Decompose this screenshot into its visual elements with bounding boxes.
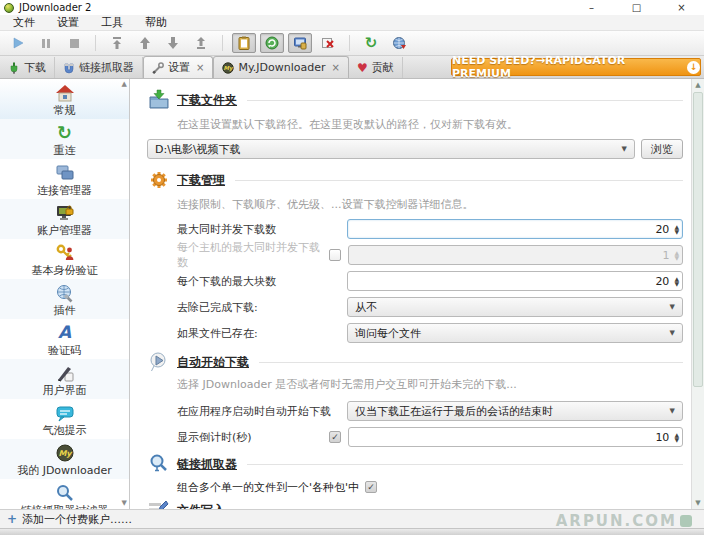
sidebar-item-reconnect[interactable]: ↻ 重连 bbox=[0, 119, 129, 159]
spinner-buttons[interactable]: ▲▼ bbox=[674, 276, 679, 286]
stop-downloads-button[interactable] bbox=[62, 33, 86, 53]
home-icon bbox=[54, 82, 76, 104]
move-up-button[interactable] bbox=[133, 33, 157, 53]
sidebar-item-label: 基本身份验证 bbox=[32, 264, 98, 277]
window-controls: – □ × bbox=[569, 0, 704, 15]
play-icon bbox=[12, 37, 24, 49]
pause-downloads-button[interactable] bbox=[34, 33, 58, 53]
tab-label: 贡献 bbox=[372, 60, 394, 75]
clipboard-icon bbox=[237, 36, 251, 50]
sidebar-item-general[interactable]: 常规 bbox=[0, 79, 129, 119]
tab-bar: 下载 链接抓取器 设置 × My My.JDownloader × ♥ 贡献 N… bbox=[0, 56, 704, 79]
scroll-down-icon[interactable]: ▼ bbox=[692, 498, 704, 508]
countdown-spinner[interactable]: 10 ▲▼ bbox=[348, 427, 683, 447]
scroll-up-icon[interactable]: ▲ bbox=[692, 80, 704, 90]
spinner-buttons[interactable]: ▲▼ bbox=[674, 432, 679, 442]
sidebar-item-connection-manager[interactable]: 连接管理器 bbox=[0, 159, 129, 199]
sidebar-item-plugins[interactable]: 插件 bbox=[0, 279, 129, 319]
menu-tools[interactable]: 工具 bbox=[90, 15, 134, 30]
tab-label: 下载 bbox=[24, 60, 46, 75]
clipboard-refresh-toggle[interactable] bbox=[260, 33, 284, 53]
rapidgator-premium-banner[interactable]: NEED SPEED?→RAPIDGATOR PREMIUM ↓ bbox=[451, 58, 701, 76]
file-exists-dropdown[interactable]: 询问每个文件 ▼ bbox=[347, 323, 683, 343]
settings-content: 下载文件夹 在这里设置默认下载路径。在这里更改默认的路径，仅对新下载有效。 D:… bbox=[130, 79, 704, 509]
sidebar-item-my-jdownloader[interactable]: My 我的 JDownloader bbox=[0, 439, 129, 479]
max-chunks-spinner[interactable]: 20 ▲▼ bbox=[347, 271, 683, 291]
section-title: 自动开始下载 bbox=[177, 354, 249, 371]
monitor-lock-icon bbox=[54, 202, 76, 224]
dropdown-value: 从不 bbox=[355, 300, 377, 315]
sidebar-item-linkgrabber-filter[interactable]: 链接抓取器过滤器 bbox=[0, 479, 129, 509]
tab-myjdownloader[interactable]: My My.JDownloader × bbox=[213, 56, 349, 78]
remove-finished-dropdown[interactable]: 从不 ▼ bbox=[347, 297, 683, 317]
maximize-button[interactable]: □ bbox=[614, 0, 659, 15]
spinner-value: 10 bbox=[655, 431, 669, 444]
section-rule bbox=[247, 464, 683, 465]
watermark: ARPUN.COM bbox=[556, 512, 692, 530]
close-window-action-button[interactable] bbox=[316, 33, 340, 53]
sidebar-item-label: 重连 bbox=[54, 144, 76, 157]
tab-settings[interactable]: 设置 × bbox=[143, 56, 213, 78]
svg-text:My: My bbox=[224, 65, 234, 72]
sidebar-scroll-up-icon[interactable]: ▲ bbox=[122, 81, 127, 88]
myjd-logo-icon: My bbox=[222, 62, 234, 74]
field-label: 最大同时并发下载数 bbox=[177, 222, 347, 237]
combine-packages-checkbox[interactable]: ✓ bbox=[365, 481, 377, 493]
move-to-bottom-button[interactable] bbox=[189, 33, 213, 53]
menu-file[interactable]: 文件 bbox=[2, 15, 46, 30]
tab-downloads[interactable]: 下载 bbox=[0, 57, 55, 78]
section-rule bbox=[235, 180, 683, 181]
autostart-on-launch-row: 在应用程序启动时自动开始下载 仅当下载正在运行于最后的会话的结束时 ▼ bbox=[177, 401, 683, 421]
content-scrollbar[interactable]: ▲ ▼ bbox=[691, 79, 704, 509]
move-to-top-button[interactable] bbox=[105, 33, 129, 53]
menu-settings[interactable]: 设置 bbox=[46, 15, 90, 30]
title-bar: JDownloader 2 – □ × bbox=[0, 0, 704, 15]
sidebar-item-user-interface[interactable]: 用户界面 bbox=[0, 359, 129, 399]
sidebar-scroll-down-icon[interactable]: ▼ bbox=[122, 500, 127, 507]
clipboard-monitor-toggle[interactable] bbox=[288, 33, 312, 53]
toolbar-separator bbox=[222, 35, 223, 51]
sidebar-item-captcha[interactable]: A 验证码 bbox=[0, 319, 129, 359]
tab-close-icon[interactable]: × bbox=[196, 63, 204, 73]
download-path-combobox[interactable]: D:\电影\视频下载 ▼ bbox=[147, 139, 635, 159]
start-downloads-button[interactable] bbox=[6, 33, 30, 53]
per-host-checkbox[interactable] bbox=[329, 249, 341, 261]
update-button[interactable] bbox=[387, 33, 411, 53]
sidebar-item-basic-auth[interactable]: 基本身份验证 bbox=[0, 239, 129, 279]
tab-label: My.JDownloader bbox=[238, 61, 325, 74]
close-button[interactable]: × bbox=[659, 0, 704, 15]
move-down-button[interactable] bbox=[161, 33, 185, 53]
magnifier-icon bbox=[147, 453, 171, 475]
monitor-clipboard-icon bbox=[293, 36, 307, 50]
globe-icon bbox=[392, 36, 406, 50]
tab-linkgrabber[interactable]: 链接抓取器 bbox=[55, 57, 143, 78]
countdown-checkbox[interactable]: ✓ bbox=[329, 431, 341, 443]
key-user-icon bbox=[54, 242, 76, 264]
captcha-letter-icon: A bbox=[54, 322, 76, 344]
download-path-row: D:\电影\视频下载 ▼ 浏览 bbox=[147, 139, 683, 159]
myjd-logo-icon: My bbox=[54, 442, 76, 464]
spinner-value: 1 bbox=[662, 249, 669, 262]
minimize-button[interactable]: – bbox=[569, 0, 614, 15]
autostart-play-icon bbox=[147, 351, 171, 373]
section-download-management: 下载管理 bbox=[147, 169, 683, 191]
spinner-buttons[interactable]: ▲▼ bbox=[674, 224, 679, 234]
check-icon: ✓ bbox=[367, 482, 375, 492]
sidebar-item-account-manager[interactable]: 账户管理器 bbox=[0, 199, 129, 239]
chevron-down-icon[interactable]: ▼ bbox=[622, 145, 627, 153]
file-exists-row: 如果文件已存在: 询问每个文件 ▼ bbox=[177, 323, 683, 343]
sidebar-item-balloon-notify[interactable]: 气泡提示 bbox=[0, 399, 129, 439]
paintbrush-icon bbox=[54, 362, 76, 384]
tab-donate[interactable]: ♥ 贡献 bbox=[349, 57, 403, 78]
browse-button[interactable]: 浏览 bbox=[641, 139, 683, 159]
section-title: 链接抓取器 bbox=[177, 456, 237, 473]
section-title: 下载文件夹 bbox=[177, 92, 237, 109]
autostart-mode-dropdown[interactable]: 仅当下载正在运行于最后的会话的结束时 ▼ bbox=[347, 401, 683, 421]
dropdown-value: 仅当下载正在运行于最后的会话的结束时 bbox=[355, 404, 553, 419]
menu-help[interactable]: 帮助 bbox=[134, 15, 178, 30]
clipboard-observer-toggle[interactable] bbox=[232, 33, 256, 53]
reconnect-button[interactable]: ↻ bbox=[359, 33, 383, 53]
max-downloads-spinner[interactable]: 20 ▲▼ bbox=[347, 219, 683, 239]
tab-close-icon[interactable]: × bbox=[332, 63, 340, 73]
scrollbar-thumb[interactable] bbox=[693, 92, 703, 387]
